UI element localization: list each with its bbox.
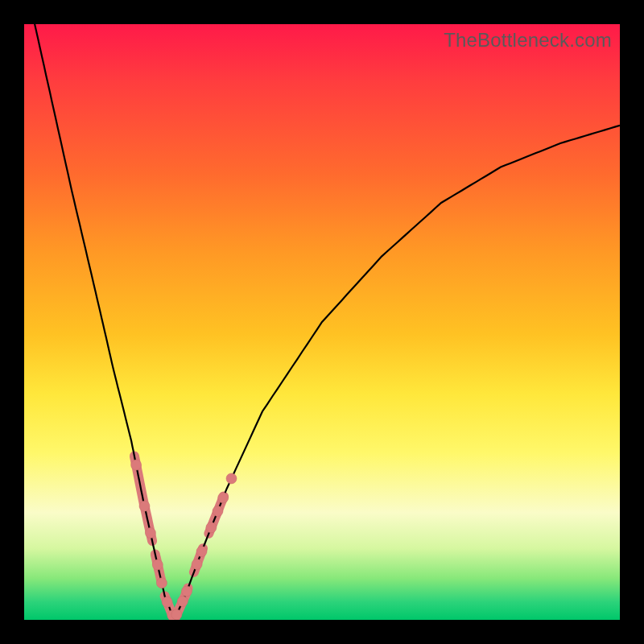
highlight-dot — [218, 493, 229, 503]
highlight-dot — [171, 609, 182, 620]
curve-svg — [24, 24, 620, 620]
highlight-segments — [134, 456, 224, 621]
highlight-dot — [145, 528, 155, 539]
highlight-dot — [152, 559, 163, 570]
highlight-dot — [192, 559, 202, 569]
highlight-dot — [177, 597, 188, 607]
highlight-dot — [213, 506, 223, 517]
highlight-dot — [131, 460, 142, 470]
highlight-dot — [162, 597, 172, 607]
bottleneck-curve — [24, 24, 620, 620]
highlight-dot — [182, 586, 192, 597]
highlight-dot — [226, 473, 237, 484]
plot-area: TheBottleneck.com — [24, 24, 620, 620]
chart-frame: TheBottleneck.com — [0, 0, 644, 644]
highlight-dot — [156, 578, 167, 588]
highlight-dot — [139, 501, 150, 511]
highlight-dot — [196, 547, 207, 557]
highlight-dot — [206, 522, 217, 533]
